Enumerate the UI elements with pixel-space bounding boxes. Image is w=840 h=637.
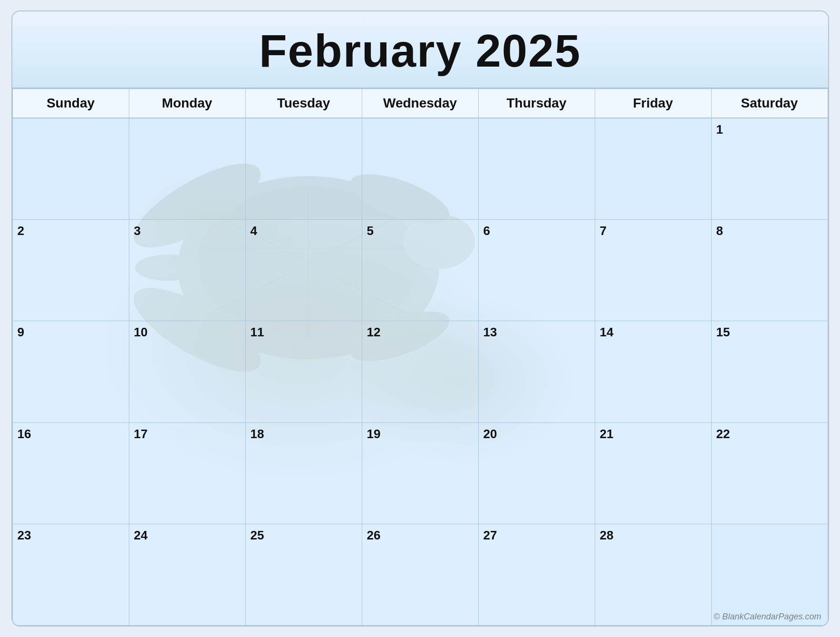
- calendar-container: February 2025 Sunday Monday Tuesday Wedn…: [11, 10, 829, 627]
- day-cell-27: 27: [479, 524, 595, 626]
- calendar-title: February 2025: [12, 11, 828, 88]
- day-cell-w5-sat: [712, 524, 828, 626]
- day-cell-11: 11: [246, 321, 362, 422]
- header-tuesday: Tuesday: [246, 89, 362, 118]
- day-cell-w1-wed: [362, 118, 479, 220]
- day-cell-13: 13: [479, 321, 595, 422]
- day-cell-7: 7: [595, 220, 712, 321]
- day-cell-24: 24: [129, 524, 246, 626]
- watermark: © BlankCalendarPages.com: [714, 612, 821, 622]
- day-cell-12: 12: [362, 321, 479, 422]
- day-cell-22: 22: [712, 423, 828, 524]
- day-cell-21: 21: [595, 423, 712, 524]
- day-cell-19: 19: [362, 423, 479, 524]
- day-cell-16: 16: [13, 423, 129, 524]
- day-cell-25: 25: [246, 524, 362, 626]
- header-thursday: Thursday: [479, 89, 595, 118]
- day-cell-23: 23: [13, 524, 129, 626]
- day-cell-14: 14: [595, 321, 712, 422]
- day-cell-10: 10: [129, 321, 246, 422]
- day-cell-w1-sun: [13, 118, 129, 220]
- day-cell-w1-fri: [595, 118, 712, 220]
- day-cell-w1-mon: [129, 118, 246, 220]
- calendar-inner: February 2025 Sunday Monday Tuesday Wedn…: [12, 11, 828, 626]
- day-cell-26: 26: [362, 524, 479, 626]
- day-cell-w1-tue: [246, 118, 362, 220]
- day-cell-18: 18: [246, 423, 362, 524]
- day-cell-w1-thu: [479, 118, 595, 220]
- day-cell-20: 20: [479, 423, 595, 524]
- calendar-grid: Sunday Monday Tuesday Wednesday Thursday…: [12, 88, 828, 626]
- day-cell-28: 28: [595, 524, 712, 626]
- day-cell-6: 6: [479, 220, 595, 321]
- day-cell-8: 8: [712, 220, 828, 321]
- header-sunday: Sunday: [13, 89, 129, 118]
- header-monday: Monday: [129, 89, 246, 118]
- day-cell-17: 17: [129, 423, 246, 524]
- day-cell-4: 4: [246, 220, 362, 321]
- header-wednesday: Wednesday: [362, 89, 479, 118]
- day-cell-1: 1: [712, 118, 828, 220]
- header-friday: Friday: [595, 89, 712, 118]
- day-cell-5: 5: [362, 220, 479, 321]
- day-cell-3: 3: [129, 220, 246, 321]
- calendar-heading: February 2025: [12, 25, 828, 77]
- day-cell-15: 15: [712, 321, 828, 422]
- header-saturday: Saturday: [712, 89, 828, 118]
- day-cell-2: 2: [13, 220, 129, 321]
- day-cell-9: 9: [13, 321, 129, 422]
